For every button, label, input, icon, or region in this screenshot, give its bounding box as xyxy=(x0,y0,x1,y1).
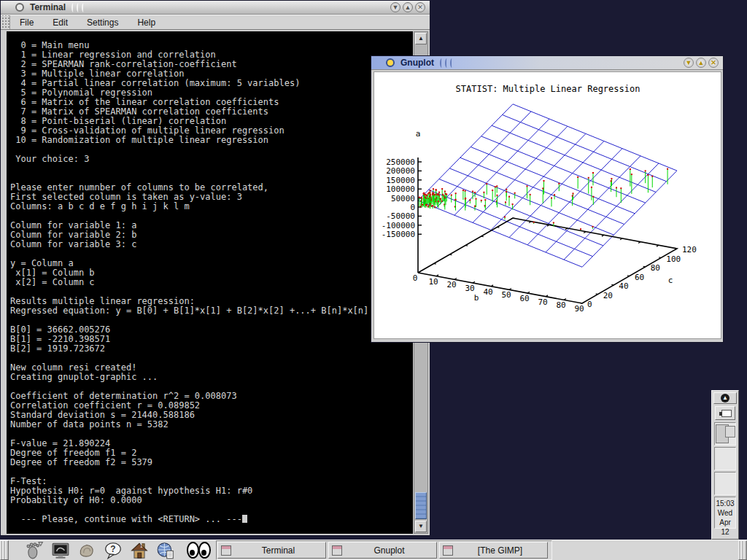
titlebar-ridges-decoration xyxy=(440,58,454,68)
svg-text:120: 120 xyxy=(682,245,697,254)
collapse-up-arrow-icon: ▲ xyxy=(721,394,729,402)
side-panel: ▲ 15:03 Wed Apr 12 xyxy=(711,390,739,540)
shell-icon xyxy=(77,541,96,560)
svg-text:b: b xyxy=(474,293,479,303)
svg-text:70: 70 xyxy=(538,298,547,307)
panel-hide-right-button[interactable] xyxy=(738,540,747,560)
clock-applet: 15:03 Wed Apr 12 xyxy=(714,497,736,529)
svg-text:80: 80 xyxy=(651,263,660,273)
svg-text:100000: 100000 xyxy=(386,184,415,194)
panel-hide-left-button[interactable] xyxy=(0,540,9,560)
svg-text:80: 80 xyxy=(556,300,565,310)
terminal-window: Terminal ▼ ▲ ✕ File Edit Settings Help 0… xyxy=(0,0,430,536)
svg-text:50: 50 xyxy=(501,290,511,300)
menu-edit[interactable]: Edit xyxy=(43,15,77,29)
svg-text:100: 100 xyxy=(666,254,681,264)
web-browser-icon xyxy=(156,541,175,560)
close-button[interactable]: ✕ xyxy=(415,2,425,12)
svg-text:-50000: -50000 xyxy=(386,211,415,221)
svg-text:20: 20 xyxy=(446,280,456,289)
workspace-1-pager[interactable] xyxy=(714,422,736,446)
bottom-panel: ? 1 T xyxy=(0,540,747,560)
gnome-menu-button[interactable] xyxy=(25,541,44,560)
tasklist: Terminal Gnuplot [The GIMP] xyxy=(216,540,552,560)
maximize-button[interactable]: ▲ xyxy=(696,58,706,68)
taskbar-button-terminal[interactable]: Terminal xyxy=(217,542,326,559)
svg-text:a: a xyxy=(416,129,421,139)
desktop: Terminal ▼ ▲ ✕ File Edit Settings Help 0… xyxy=(0,0,747,560)
home-icon: 1 xyxy=(130,541,149,560)
window-menu-icon[interactable] xyxy=(386,58,395,67)
panel-collapse-button[interactable]: ▲ xyxy=(713,392,737,404)
help-icon: ? xyxy=(104,541,123,560)
gnuplot-titlebar[interactable]: Gnuplot ▼ ▲ ✕ xyxy=(371,56,723,70)
maximize-button[interactable]: ▲ xyxy=(403,2,413,12)
svg-text:STATIST: Multiple Linear Regre: STATIST: Multiple Linear Regression xyxy=(456,84,640,94)
xeyes-applet xyxy=(187,542,213,559)
window-thumbnail-icon xyxy=(221,545,231,556)
scroll-up-icon[interactable]: ▲ xyxy=(415,33,427,44)
gnuplot-3d-plot: STATIST: Multiple Linear Regressiona2500… xyxy=(374,72,721,338)
terminal-window-title: Terminal xyxy=(30,2,66,12)
workspace-2-pager[interactable] xyxy=(714,447,736,470)
terminal-console[interactable]: 0 = Main menu 1 = Linear regression and … xyxy=(7,31,413,534)
svg-text:200000: 200000 xyxy=(386,166,415,176)
taskbar-button-gnuplot[interactable]: Gnuplot xyxy=(328,542,437,559)
help-launcher-button[interactable]: ? xyxy=(104,541,123,560)
window-thumbnail-icon xyxy=(332,545,342,556)
tasklist-applet-button[interactable] xyxy=(715,406,735,420)
titlebar-ridges-decoration xyxy=(71,3,85,12)
workspace-3-pager[interactable] xyxy=(714,472,736,495)
menu-tearoff-grip[interactable] xyxy=(1,15,10,29)
svg-text:60: 60 xyxy=(519,294,529,303)
scroll-down-icon[interactable]: ▼ xyxy=(415,521,427,532)
svg-text:90: 90 xyxy=(574,304,584,314)
clock-day: Wed xyxy=(715,508,735,518)
close-button[interactable]: ✕ xyxy=(708,58,719,68)
clock-time: 15:03 xyxy=(715,499,735,508)
svg-text:?: ? xyxy=(110,544,115,554)
svg-text:c: c xyxy=(668,276,673,285)
terminal-titlebar[interactable]: Terminal ▼ ▲ ✕ xyxy=(1,1,430,15)
svg-text:250000: 250000 xyxy=(386,158,415,167)
window-thumbnail-icon xyxy=(443,545,453,556)
taskbar-button-gimp[interactable]: [The GIMP] xyxy=(439,542,548,559)
svg-text:0: 0 xyxy=(587,300,592,309)
svg-text:0: 0 xyxy=(413,273,418,283)
terminal-text: 0 = Main menu 1 = Linear regression and … xyxy=(10,40,368,524)
svg-text:10: 10 xyxy=(428,277,438,287)
terminal-cursor xyxy=(242,515,247,523)
pager-window-gnuplot[interactable] xyxy=(725,426,735,438)
gnuplot-plot-canvas: STATIST: Multiple Linear Regressiona2500… xyxy=(374,71,721,339)
gnuplot-window-title: Gnuplot xyxy=(400,58,434,68)
terminal-launcher-icon xyxy=(51,541,70,560)
svg-text:0: 0 xyxy=(410,203,415,212)
terminal-menubar: File Edit Settings Help xyxy=(1,15,430,30)
gnuplot-window: Gnuplot ▼ ▲ ✕ STATIST: Multiple Linear R… xyxy=(371,55,724,343)
gnome-menu-footprint-icon xyxy=(25,541,44,560)
shell-launcher-button[interactable] xyxy=(77,541,96,560)
scrollbar-thumb[interactable] xyxy=(415,492,427,519)
menu-help[interactable]: Help xyxy=(128,15,165,29)
terminal-launcher-button[interactable] xyxy=(51,541,70,560)
minimize-button[interactable]: ▼ xyxy=(390,2,400,12)
svg-text:-100000: -100000 xyxy=(382,221,415,230)
clock-date: Apr 12 xyxy=(715,518,735,537)
browser-launcher-button[interactable] xyxy=(156,541,175,560)
window-menu-icon[interactable] xyxy=(15,3,24,12)
home-launcher-button[interactable]: 1 xyxy=(130,541,149,560)
svg-text:30: 30 xyxy=(465,284,474,293)
svg-text:40: 40 xyxy=(483,287,492,297)
svg-text:60: 60 xyxy=(635,273,644,282)
svg-text:50000: 50000 xyxy=(391,194,415,203)
tasklist-applet-icon xyxy=(721,410,732,417)
minimize-button[interactable]: ▼ xyxy=(684,58,694,68)
eye-right-icon xyxy=(198,542,211,559)
svg-text:40: 40 xyxy=(619,281,628,291)
eye-left-icon xyxy=(187,542,199,559)
svg-text:20: 20 xyxy=(603,291,613,300)
svg-text:-150000: -150000 xyxy=(382,230,415,239)
menu-file[interactable]: File xyxy=(10,15,43,29)
svg-text:1: 1 xyxy=(140,543,143,548)
menu-settings[interactable]: Settings xyxy=(77,15,128,29)
